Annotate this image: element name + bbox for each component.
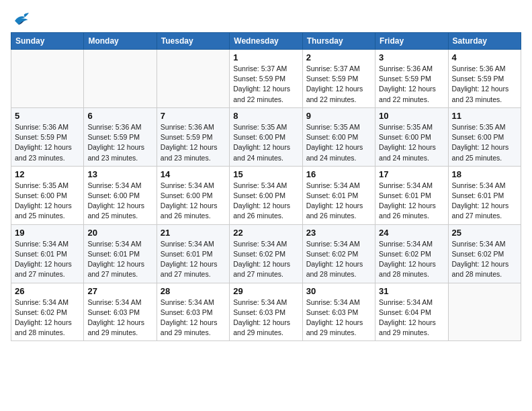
day-number: 5 bbox=[15, 111, 80, 121]
calendar-cell bbox=[84, 50, 157, 108]
day-info: Sunrise: 5:36 AM Sunset: 5:59 PM Dayligh… bbox=[161, 122, 226, 163]
day-number: 25 bbox=[452, 228, 517, 238]
calendar-week-3: 12Sunrise: 5:35 AM Sunset: 6:00 PM Dayli… bbox=[11, 166, 521, 224]
day-info: Sunrise: 5:34 AM Sunset: 6:03 PM Dayligh… bbox=[306, 298, 371, 338]
calendar-cell: 4Sunrise: 5:36 AM Sunset: 5:59 PM Daylig… bbox=[448, 50, 521, 108]
day-number: 24 bbox=[379, 228, 444, 238]
day-info: Sunrise: 5:34 AM Sunset: 6:00 PM Dayligh… bbox=[233, 181, 298, 222]
day-info: Sunrise: 5:36 AM Sunset: 5:59 PM Dayligh… bbox=[452, 64, 517, 105]
day-info: Sunrise: 5:34 AM Sunset: 6:01 PM Dayligh… bbox=[379, 181, 444, 222]
calendar-cell: 25Sunrise: 5:34 AM Sunset: 6:02 PM Dayli… bbox=[448, 224, 521, 283]
calendar-cell: 2Sunrise: 5:37 AM Sunset: 5:59 PM Daylig… bbox=[302, 50, 375, 108]
logo-icon bbox=[11, 11, 31, 27]
calendar-cell: 13Sunrise: 5:34 AM Sunset: 6:00 PM Dayli… bbox=[84, 166, 157, 224]
calendar-cell: 9Sunrise: 5:35 AM Sunset: 6:00 PM Daylig… bbox=[302, 107, 375, 166]
page-header bbox=[11, 11, 521, 27]
day-info: Sunrise: 5:34 AM Sunset: 6:03 PM Dayligh… bbox=[161, 298, 226, 338]
day-number: 19 bbox=[15, 228, 80, 238]
weekday-header-friday: Friday bbox=[375, 33, 448, 50]
calendar-cell: 18Sunrise: 5:34 AM Sunset: 6:01 PM Dayli… bbox=[448, 166, 521, 224]
calendar-week-5: 26Sunrise: 5:34 AM Sunset: 6:02 PM Dayli… bbox=[11, 283, 521, 341]
day-info: Sunrise: 5:36 AM Sunset: 5:59 PM Dayligh… bbox=[15, 122, 80, 163]
calendar-cell: 15Sunrise: 5:34 AM Sunset: 6:00 PM Dayli… bbox=[230, 166, 302, 224]
calendar-cell: 23Sunrise: 5:34 AM Sunset: 6:02 PM Dayli… bbox=[302, 224, 375, 283]
calendar-cell: 6Sunrise: 5:36 AM Sunset: 5:59 PM Daylig… bbox=[84, 107, 157, 166]
day-info: Sunrise: 5:36 AM Sunset: 5:59 PM Dayligh… bbox=[379, 64, 444, 105]
calendar-cell: 31Sunrise: 5:34 AM Sunset: 6:04 PM Dayli… bbox=[375, 283, 448, 341]
day-info: Sunrise: 5:36 AM Sunset: 5:59 PM Dayligh… bbox=[87, 122, 152, 163]
day-number: 26 bbox=[15, 286, 80, 296]
calendar-cell: 28Sunrise: 5:34 AM Sunset: 6:03 PM Dayli… bbox=[157, 283, 229, 341]
day-number: 4 bbox=[452, 52, 517, 62]
day-info: Sunrise: 5:35 AM Sunset: 6:00 PM Dayligh… bbox=[452, 122, 517, 163]
day-number: 27 bbox=[87, 286, 152, 296]
day-number: 16 bbox=[306, 169, 371, 179]
calendar-table: SundayMondayTuesdayWednesdayThursdayFrid… bbox=[11, 32, 521, 341]
weekday-header-thursday: Thursday bbox=[302, 33, 375, 50]
day-number: 10 bbox=[379, 111, 444, 121]
day-info: Sunrise: 5:37 AM Sunset: 5:59 PM Dayligh… bbox=[306, 64, 371, 105]
day-info: Sunrise: 5:34 AM Sunset: 6:03 PM Dayligh… bbox=[233, 298, 298, 338]
calendar-cell bbox=[11, 50, 84, 108]
calendar-week-2: 5Sunrise: 5:36 AM Sunset: 5:59 PM Daylig… bbox=[11, 107, 521, 166]
day-number: 9 bbox=[306, 111, 371, 121]
calendar-cell: 22Sunrise: 5:34 AM Sunset: 6:02 PM Dayli… bbox=[230, 224, 302, 283]
day-info: Sunrise: 5:35 AM Sunset: 6:00 PM Dayligh… bbox=[379, 122, 444, 163]
calendar-cell: 12Sunrise: 5:35 AM Sunset: 6:00 PM Dayli… bbox=[11, 166, 84, 224]
calendar-cell bbox=[157, 50, 229, 108]
day-number: 1 bbox=[233, 52, 298, 62]
day-number: 13 bbox=[87, 169, 152, 179]
calendar-cell bbox=[448, 283, 521, 341]
day-info: Sunrise: 5:34 AM Sunset: 6:01 PM Dayligh… bbox=[87, 239, 152, 280]
day-number: 31 bbox=[379, 286, 444, 296]
day-info: Sunrise: 5:34 AM Sunset: 6:02 PM Dayligh… bbox=[306, 239, 371, 280]
day-number: 7 bbox=[161, 111, 226, 121]
day-info: Sunrise: 5:35 AM Sunset: 6:00 PM Dayligh… bbox=[233, 122, 298, 163]
day-number: 14 bbox=[161, 169, 226, 179]
day-info: Sunrise: 5:34 AM Sunset: 6:00 PM Dayligh… bbox=[161, 181, 226, 222]
calendar-cell: 17Sunrise: 5:34 AM Sunset: 6:01 PM Dayli… bbox=[375, 166, 448, 224]
calendar-cell: 3Sunrise: 5:36 AM Sunset: 5:59 PM Daylig… bbox=[375, 50, 448, 108]
day-number: 18 bbox=[452, 169, 517, 179]
day-number: 20 bbox=[87, 228, 152, 238]
calendar-cell: 20Sunrise: 5:34 AM Sunset: 6:01 PM Dayli… bbox=[84, 224, 157, 283]
day-number: 11 bbox=[452, 111, 517, 121]
day-info: Sunrise: 5:34 AM Sunset: 6:02 PM Dayligh… bbox=[233, 239, 298, 280]
weekday-header-tuesday: Tuesday bbox=[157, 33, 229, 50]
calendar-cell: 11Sunrise: 5:35 AM Sunset: 6:00 PM Dayli… bbox=[448, 107, 521, 166]
day-info: Sunrise: 5:34 AM Sunset: 6:03 PM Dayligh… bbox=[87, 298, 152, 338]
calendar-cell: 16Sunrise: 5:34 AM Sunset: 6:01 PM Dayli… bbox=[302, 166, 375, 224]
day-number: 30 bbox=[306, 286, 371, 296]
day-info: Sunrise: 5:34 AM Sunset: 6:01 PM Dayligh… bbox=[306, 181, 371, 222]
day-number: 23 bbox=[306, 228, 371, 238]
weekday-header-saturday: Saturday bbox=[448, 33, 521, 50]
calendar-cell: 21Sunrise: 5:34 AM Sunset: 6:01 PM Dayli… bbox=[157, 224, 229, 283]
calendar-header-row: SundayMondayTuesdayWednesdayThursdayFrid… bbox=[11, 33, 521, 50]
day-info: Sunrise: 5:35 AM Sunset: 6:00 PM Dayligh… bbox=[15, 181, 80, 222]
day-number: 3 bbox=[379, 52, 444, 62]
day-info: Sunrise: 5:34 AM Sunset: 6:00 PM Dayligh… bbox=[87, 181, 152, 222]
calendar-cell: 1Sunrise: 5:37 AM Sunset: 5:59 PM Daylig… bbox=[230, 50, 302, 108]
calendar-week-1: 1Sunrise: 5:37 AM Sunset: 5:59 PM Daylig… bbox=[11, 50, 521, 108]
calendar-cell: 7Sunrise: 5:36 AM Sunset: 5:59 PM Daylig… bbox=[157, 107, 229, 166]
day-info: Sunrise: 5:34 AM Sunset: 6:01 PM Dayligh… bbox=[161, 239, 226, 280]
calendar-cell: 29Sunrise: 5:34 AM Sunset: 6:03 PM Dayli… bbox=[230, 283, 302, 341]
day-info: Sunrise: 5:34 AM Sunset: 6:04 PM Dayligh… bbox=[379, 298, 444, 338]
day-number: 28 bbox=[161, 286, 226, 296]
calendar-cell: 19Sunrise: 5:34 AM Sunset: 6:01 PM Dayli… bbox=[11, 224, 84, 283]
day-number: 15 bbox=[233, 169, 298, 179]
logo bbox=[11, 11, 34, 27]
calendar-week-4: 19Sunrise: 5:34 AM Sunset: 6:01 PM Dayli… bbox=[11, 224, 521, 283]
day-number: 8 bbox=[233, 111, 298, 121]
day-number: 22 bbox=[233, 228, 298, 238]
day-number: 6 bbox=[87, 111, 152, 121]
day-info: Sunrise: 5:34 AM Sunset: 6:02 PM Dayligh… bbox=[379, 239, 444, 280]
day-info: Sunrise: 5:34 AM Sunset: 6:01 PM Dayligh… bbox=[452, 181, 517, 222]
weekday-header-monday: Monday bbox=[84, 33, 157, 50]
day-info: Sunrise: 5:35 AM Sunset: 6:00 PM Dayligh… bbox=[306, 122, 371, 163]
calendar-cell: 14Sunrise: 5:34 AM Sunset: 6:00 PM Dayli… bbox=[157, 166, 229, 224]
calendar-cell: 26Sunrise: 5:34 AM Sunset: 6:02 PM Dayli… bbox=[11, 283, 84, 341]
day-number: 21 bbox=[161, 228, 226, 238]
calendar-cell: 10Sunrise: 5:35 AM Sunset: 6:00 PM Dayli… bbox=[375, 107, 448, 166]
day-number: 12 bbox=[15, 169, 80, 179]
